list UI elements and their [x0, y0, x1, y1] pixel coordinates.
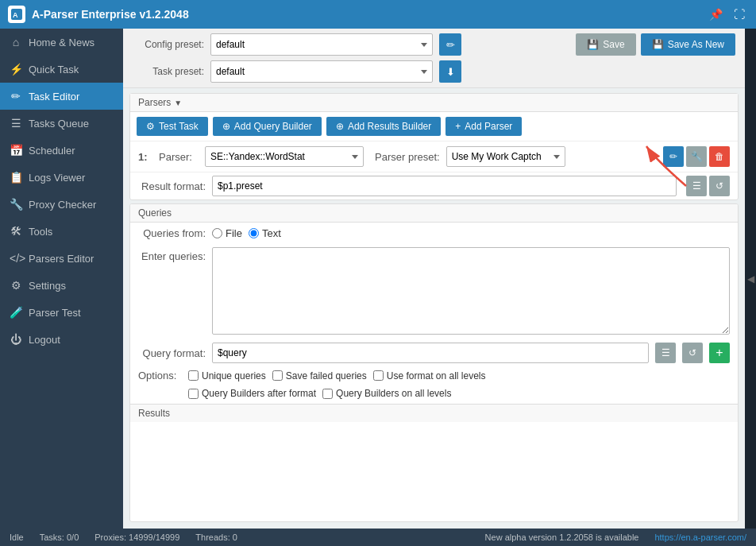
file-radio[interactable]	[212, 228, 222, 238]
parser-edit-button[interactable]: ✏	[663, 146, 684, 167]
sidebar-item-logs-viewer[interactable]: 📋 Logs Viewer	[0, 164, 123, 191]
status-threads: Threads: 0	[195, 532, 237, 542]
query-format-menu-button[interactable]: ☰	[655, 343, 676, 363]
test-task-icon: ⚙	[146, 121, 155, 132]
sidebar-item-label: Proxy Checker	[29, 199, 96, 211]
text-radio[interactable]	[249, 228, 259, 238]
add-parser-icon: +	[455, 121, 461, 132]
pin-icon[interactable]: 📌	[706, 6, 726, 22]
query-builders-after-checkbox[interactable]	[188, 389, 199, 399]
task-preset-row: Task preset: default ⬇	[133, 60, 735, 83]
parsers-toolbar: ⚙ Test Task ⊕ Add Query Builder ⊕ Add Re…	[130, 112, 738, 141]
parsers-section-arrow[interactable]: ▼	[174, 99, 182, 107]
unique-queries-checkbox[interactable]	[188, 370, 199, 381]
status-update-link[interactable]: https://en.a-parser.com/	[654, 532, 746, 542]
status-proxies: Proxies: 14999/14999	[94, 532, 179, 542]
queries-section: Queries Queries from: File Text Enter qu…	[129, 203, 739, 522]
config-preset-select[interactable]: default	[210, 33, 433, 56]
unique-queries-label[interactable]: Unique queries	[188, 370, 266, 381]
use-format-label[interactable]: Use format on all levels	[373, 370, 486, 381]
save-failed-checkbox[interactable]	[272, 370, 283, 381]
add-results-builder-button[interactable]: ⊕ Add Results Builder	[326, 117, 441, 136]
sidebar-collapse-arrow[interactable]: ◀	[745, 29, 756, 529]
text-radio-label[interactable]: Text	[249, 227, 281, 239]
result-format-input[interactable]	[212, 176, 677, 196]
results-label: Results	[138, 408, 170, 419]
parser-number: 1:	[138, 151, 152, 163]
options-label: Options:	[138, 370, 182, 381]
parser-config-row: 1: Parser: SE::Yandex::WordStat Parser p…	[130, 141, 738, 172]
queries-from-label: Queries from:	[138, 227, 206, 239]
sidebar-item-task-editor[interactable]: ✏ Task Editor	[0, 83, 123, 110]
sidebar-item-parser-test[interactable]: 🧪 Parser Test	[0, 299, 123, 326]
result-format-reset-button[interactable]: ↺	[709, 176, 730, 196]
config-preset-edit-button[interactable]: ✏	[439, 33, 461, 56]
add-parser-button[interactable]: + Add Parser	[446, 117, 522, 136]
scheduler-icon: 📅	[10, 144, 22, 157]
query-format-input[interactable]	[212, 343, 649, 363]
sidebar-item-settings[interactable]: ⚙ Settings	[0, 272, 123, 299]
queries-from-row: Queries from: File Text	[130, 223, 738, 244]
file-radio-label[interactable]: File	[212, 227, 242, 239]
options-row-2: Query Builders after format Query Builde…	[130, 385, 738, 404]
logout-icon: ⏻	[10, 333, 22, 346]
save-new-icon: 💾	[652, 39, 664, 50]
save-failed-label[interactable]: Save failed queries	[272, 370, 367, 381]
enter-queries-label: Enter queries:	[138, 247, 206, 262]
tools-icon: 🛠	[10, 225, 22, 238]
add-query-builder-icon: ⊕	[222, 121, 230, 132]
save-button[interactable]: 💾 Save	[576, 33, 635, 56]
queries-textarea[interactable]	[212, 247, 730, 335]
query-builders-all-label[interactable]: Query Builders on all levels	[322, 388, 451, 399]
parser-preset-label: Parser preset:	[375, 151, 440, 163]
parsers-section-header: Parsers ▼	[130, 94, 738, 112]
results-partial-header: Results	[130, 404, 738, 422]
sidebar-item-label: Quick Task	[29, 64, 79, 76]
sidebar-item-label: Task Editor	[29, 91, 79, 103]
sidebar-item-tools[interactable]: 🛠 Tools	[0, 218, 123, 245]
config-preset-row: Config preset: default ✏ 💾 Save 💾 Save A…	[133, 33, 735, 56]
save-icon: 💾	[587, 39, 599, 50]
status-update-msg: New alpha version 1.2.2058 is available	[485, 532, 639, 542]
parser-delete-button[interactable]: 🗑	[709, 146, 730, 167]
sidebar: ⌂ Home & News ⚡ Quick Task ✏ Task Editor…	[0, 29, 123, 529]
enter-queries-row: Enter queries:	[130, 244, 738, 339]
task-preset-select[interactable]: default	[210, 60, 433, 83]
query-builders-all-text: Query Builders on all levels	[336, 388, 451, 399]
queries-section-label: Queries	[138, 207, 172, 219]
query-format-add-button[interactable]: +	[709, 343, 730, 363]
test-task-button[interactable]: ⚙ Test Task	[137, 117, 208, 136]
result-format-menu-button[interactable]: ☰	[686, 176, 707, 196]
sidebar-item-home-news[interactable]: ⌂ Home & News	[0, 29, 123, 56]
query-format-reset-button[interactable]: ↺	[682, 343, 703, 363]
sidebar-item-proxy-checker[interactable]: 🔧 Proxy Checker	[0, 191, 123, 218]
sidebar-item-label: Parsers Editor	[29, 253, 94, 265]
parsers-editor-icon: </>	[10, 252, 22, 265]
add-results-builder-icon: ⊕	[336, 121, 344, 132]
parser-select[interactable]: SE::Yandex::WordStat	[205, 146, 364, 167]
parser-preset-select[interactable]: Use My Work Captch	[446, 146, 565, 167]
query-builders-after-label[interactable]: Query Builders after format	[188, 388, 316, 399]
result-format-label: Result format:	[138, 180, 206, 192]
parser-settings-button[interactable]: 🔧	[686, 146, 707, 167]
add-query-builder-button[interactable]: ⊕ Add Query Builder	[213, 117, 322, 136]
status-idle: Idle	[10, 532, 24, 542]
sidebar-item-label: Settings	[29, 280, 66, 292]
use-format-checkbox[interactable]	[373, 370, 384, 381]
options-row: Options: Unique queries Save failed quer…	[130, 366, 738, 385]
result-format-icons: ☰ ↺	[686, 176, 730, 196]
sidebar-item-scheduler[interactable]: 📅 Scheduler	[0, 137, 123, 164]
sidebar-item-label: Logout	[29, 334, 60, 346]
parser-actions: ✏ 🔧 🗑	[663, 146, 730, 167]
query-builders-all-checkbox[interactable]	[322, 389, 333, 399]
sidebar-item-tasks-queue[interactable]: ☰ Tasks Queue	[0, 110, 123, 137]
result-format-row: Result format: ☰ ↺	[130, 172, 738, 199]
sidebar-item-quick-task[interactable]: ⚡ Quick Task	[0, 56, 123, 83]
sidebar-item-parsers-editor[interactable]: </> Parsers Editor	[0, 245, 123, 272]
save-as-new-button[interactable]: 💾 Save As New	[641, 33, 735, 56]
sidebar-item-label: Tools	[29, 226, 52, 238]
sidebar-item-logout[interactable]: ⏻ Logout	[0, 326, 123, 353]
task-preset-download-button[interactable]: ⬇	[439, 60, 461, 83]
query-format-row: Query format: ☰ ↺ +	[130, 339, 738, 366]
fullscreen-icon[interactable]: ⛶	[731, 6, 748, 22]
